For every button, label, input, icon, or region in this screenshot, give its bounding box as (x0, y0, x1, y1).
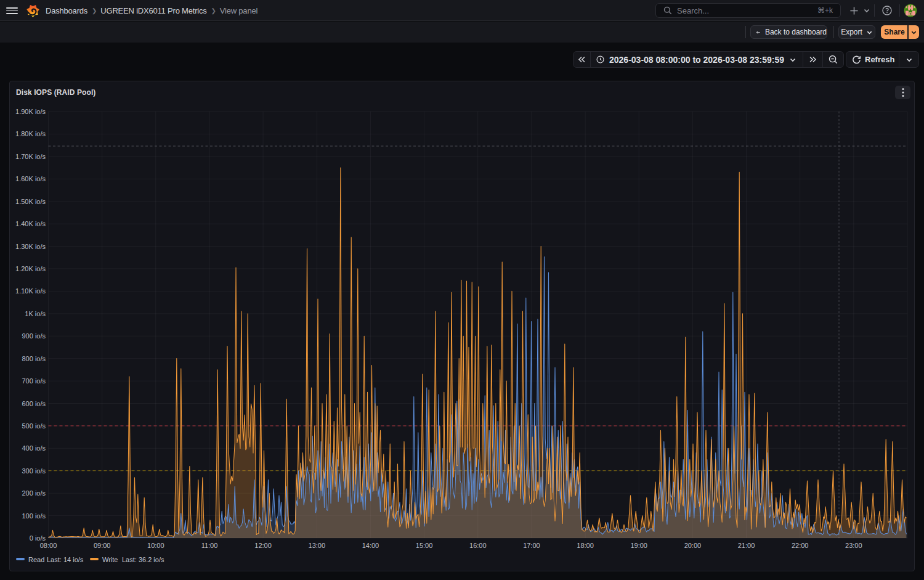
svg-text:17:00: 17:00 (523, 542, 540, 549)
svg-text:1.70K io/s: 1.70K io/s (15, 153, 46, 160)
svg-text:1.90K io/s: 1.90K io/s (15, 108, 46, 115)
svg-text:500 io/s: 500 io/s (22, 422, 46, 430)
svg-text:700 io/s: 700 io/s (22, 377, 46, 385)
svg-text:16:00: 16:00 (469, 542, 487, 549)
svg-text:800 io/s: 800 io/s (22, 355, 46, 362)
svg-text:200 io/s: 200 io/s (22, 489, 46, 497)
svg-text:0 io/s: 0 io/s (30, 534, 46, 542)
svg-text:900 io/s: 900 io/s (22, 332, 46, 340)
svg-text:1.60K io/s: 1.60K io/s (15, 175, 46, 182)
svg-text:22:00: 22:00 (792, 542, 809, 549)
svg-text:14:00: 14:00 (362, 542, 379, 549)
svg-text:300 io/s: 300 io/s (22, 467, 46, 475)
svg-text:08:00: 08:00 (40, 542, 57, 549)
svg-text:1.20K io/s: 1.20K io/s (15, 265, 46, 272)
svg-text:1.40K io/s: 1.40K io/s (15, 220, 46, 227)
svg-text:Last: 36.2 io/s: Last: 36.2 io/s (122, 556, 164, 563)
svg-text:11:00: 11:00 (201, 542, 218, 549)
svg-text:1K io/s: 1K io/s (25, 310, 46, 317)
svg-text:Read: Read (28, 556, 44, 563)
svg-text:400 io/s: 400 io/s (22, 444, 46, 452)
svg-text:21:00: 21:00 (738, 542, 755, 549)
svg-text:Write: Write (102, 556, 118, 563)
svg-text:13:00: 13:00 (309, 542, 326, 549)
svg-text:1.80K io/s: 1.80K io/s (15, 130, 46, 137)
svg-text:100 io/s: 100 io/s (22, 512, 46, 520)
svg-text:10:00: 10:00 (147, 542, 164, 549)
svg-text:18:00: 18:00 (577, 542, 594, 549)
svg-text:1.50K io/s: 1.50K io/s (15, 198, 46, 205)
svg-text:15:00: 15:00 (416, 542, 433, 549)
svg-text:09:00: 09:00 (94, 542, 111, 549)
svg-text:12:00: 12:00 (254, 542, 272, 549)
svg-text:20:00: 20:00 (684, 542, 702, 549)
svg-text:23:00: 23:00 (845, 542, 862, 549)
svg-text:600 io/s: 600 io/s (22, 400, 46, 407)
svg-text:1.30K io/s: 1.30K io/s (15, 243, 46, 250)
svg-text:1.10K io/s: 1.10K io/s (15, 287, 46, 295)
svg-text:Last: 14 io/s: Last: 14 io/s (47, 556, 84, 563)
svg-text:19:00: 19:00 (630, 542, 647, 549)
